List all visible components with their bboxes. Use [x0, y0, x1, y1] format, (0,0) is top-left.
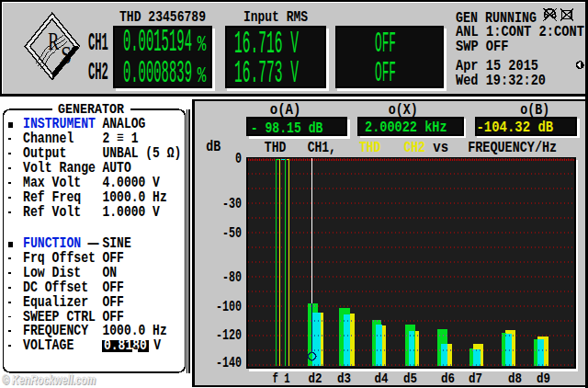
svg-text:THD: THD	[265, 139, 287, 156]
svg-text:CH1: CH1	[88, 29, 108, 57]
svg-text:THD 23456789: THD 23456789	[119, 9, 206, 26]
svg-text:dB: dB	[206, 138, 220, 155]
svg-text:VOLTAGE: VOLTAGE	[23, 337, 74, 354]
svg-text:CH2: CH2	[88, 59, 108, 86]
svg-text:d3: d3	[337, 371, 351, 387]
svg-text:vs: vs	[433, 139, 448, 156]
svg-text:- 98.15 dB: - 98.15 dB	[251, 120, 323, 137]
svg-text:f 1: f 1	[273, 371, 290, 387]
svg-text:-100: -100	[216, 299, 242, 315]
svg-text:CH2: CH2	[403, 139, 424, 156]
svg-text:V: V	[153, 337, 161, 354]
svg-text:-30: -30	[222, 196, 242, 212]
svg-text:Ref Volt: Ref Volt	[23, 203, 81, 221]
svg-text:-120: -120	[216, 327, 242, 344]
svg-text:16.773 V: 16.773 V	[234, 55, 299, 92]
svg-text:R: R	[48, 28, 59, 55]
svg-text:Input RMS: Input RMS	[243, 9, 308, 26]
svg-text:d6: d6	[441, 371, 455, 387]
svg-text:CH1,: CH1,	[308, 139, 336, 156]
svg-text:0: 0	[235, 151, 242, 167]
svg-text:-80: -80	[222, 269, 242, 286]
svg-text:—: —	[86, 234, 99, 252]
svg-text:0.0008839: 0.0008839	[123, 55, 192, 92]
svg-text:d9: d9	[537, 371, 550, 387]
svg-text:© KenRockwell.com: © KenRockwell.com	[2, 372, 96, 387]
svg-text:SWP OFF: SWP OFF	[456, 38, 509, 55]
svg-text:OFF: OFF	[375, 56, 396, 90]
svg-text:d2: d2	[309, 371, 322, 387]
svg-text:d8: d8	[508, 371, 522, 387]
svg-text:-50: -50	[222, 225, 242, 242]
svg-text:1.0000 V: 1.0000 V	[103, 203, 161, 221]
svg-text:-104.32 dB: -104.32 dB	[477, 120, 554, 136]
svg-text:%: %	[198, 33, 207, 57]
svg-text:o(A): o(A)	[270, 102, 301, 119]
svg-text:0.8180: 0.8180	[104, 337, 147, 354]
svg-text:-140: -140	[216, 355, 242, 371]
svg-text:S: S	[61, 41, 72, 69]
svg-text:THD: THD	[359, 139, 381, 156]
svg-text:2.00022 kHz: 2.00022 kHz	[365, 120, 447, 136]
svg-text:o(X): o(X)	[389, 102, 418, 119]
svg-text:d5: d5	[403, 371, 417, 387]
svg-text:d7: d7	[469, 371, 482, 387]
svg-text:o(B): o(B)	[520, 102, 549, 119]
svg-text:Wed 19:32:20: Wed 19:32:20	[456, 72, 546, 89]
svg-text:FREQUENCY/Hz: FREQUENCY/Hz	[468, 139, 557, 156]
svg-text:%: %	[198, 64, 207, 88]
svg-text:d4: d4	[375, 371, 389, 387]
